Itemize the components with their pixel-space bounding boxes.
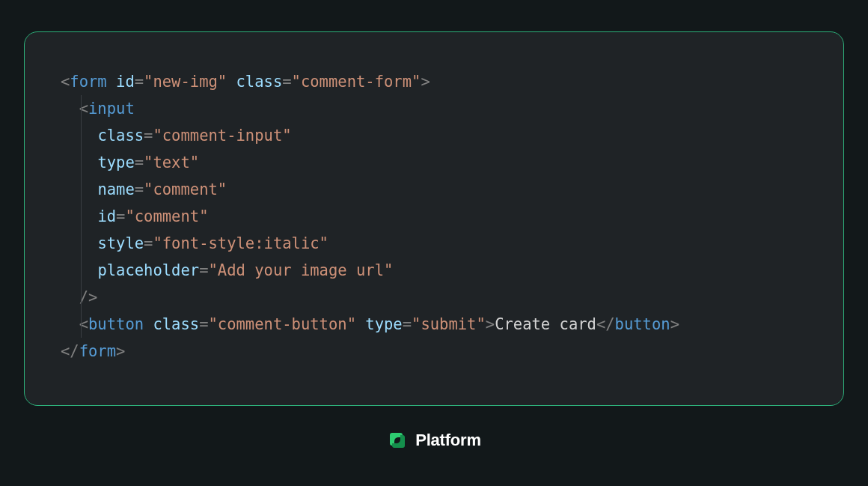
code-token-t: form <box>70 73 106 91</box>
code-token-t: button <box>615 315 670 333</box>
code-line: class="comment-input" <box>61 122 807 149</box>
platform-logo-icon <box>387 430 408 451</box>
code-token-p: = <box>144 234 153 252</box>
code-token-a: type <box>97 154 134 171</box>
code-token-p: = <box>135 73 144 91</box>
code-token-p: > <box>116 342 125 360</box>
code-token-a: style <box>97 234 144 252</box>
code-token-tx: Create card <box>495 315 596 333</box>
code-line: <form id="new-img" class="comment-form"> <box>61 68 807 95</box>
code-token-a: class <box>97 127 144 145</box>
code-token-s: "font-style:italic" <box>153 234 328 252</box>
code-token-s: "comment" <box>144 180 227 198</box>
code-token-p: = <box>135 180 144 198</box>
code-token-p: = <box>144 127 153 145</box>
code-token-s: "comment-button" <box>209 315 356 333</box>
footer-label: Platform <box>415 431 481 450</box>
indent-guide <box>81 95 82 338</box>
code-token-t: input <box>88 100 135 118</box>
code-token-p <box>356 315 365 333</box>
code-token-t: button <box>88 315 144 333</box>
code-token-s: "comment-input" <box>153 127 291 145</box>
code-line: placeholder="Add your image url" <box>61 257 807 284</box>
code-line: style="font-style:italic" <box>61 230 807 257</box>
code-token-s: "comment" <box>125 207 208 225</box>
code-token-p: </ <box>61 342 79 360</box>
code-line: type="text" <box>61 149 807 176</box>
code-token-a: placeholder <box>97 261 199 279</box>
code-token-p <box>144 315 153 333</box>
code-token-p: = <box>135 154 144 171</box>
code-line: <input <box>61 95 807 122</box>
code-line: <button class="comment-button" type="sub… <box>61 311 807 338</box>
code-token-p: > <box>486 315 495 333</box>
code-token-p: /> <box>79 288 98 306</box>
code-token-a: id <box>97 207 116 225</box>
code-token-p: < <box>61 73 70 91</box>
code-token-s: "Add your image url" <box>208 261 393 279</box>
code-token-a: id <box>116 73 135 91</box>
code-token-p: = <box>116 207 125 225</box>
code-line: id="comment" <box>61 203 807 230</box>
code-token-p: > <box>670 315 679 333</box>
code-token-a: type <box>365 315 402 333</box>
footer: Platform <box>387 430 481 451</box>
code-token-s: "submit" <box>412 315 486 333</box>
code-line: </form> <box>61 338 807 365</box>
code-token-s: "text" <box>144 154 199 171</box>
code-token-a: class <box>153 315 199 333</box>
code-token-p: </ <box>596 315 615 333</box>
code-token-a: class <box>236 73 283 91</box>
code-token-p: = <box>199 315 208 333</box>
code-token-p <box>227 73 236 91</box>
code-token-p <box>107 73 116 91</box>
code-token-t: form <box>79 342 116 360</box>
code-line: /> <box>61 284 807 311</box>
code-panel: <form id="new-img" class="comment-form">… <box>24 31 844 406</box>
code-block: <form id="new-img" class="comment-form">… <box>61 68 807 365</box>
code-line: name="comment" <box>61 176 807 203</box>
code-token-p: > <box>421 73 430 91</box>
code-token-s: "new-img" <box>144 73 227 91</box>
code-token-p: = <box>282 73 291 91</box>
code-token-a: name <box>97 180 134 198</box>
code-token-p: = <box>403 315 412 333</box>
code-token-p: = <box>199 261 208 279</box>
code-token-s: "comment-form" <box>292 73 421 91</box>
